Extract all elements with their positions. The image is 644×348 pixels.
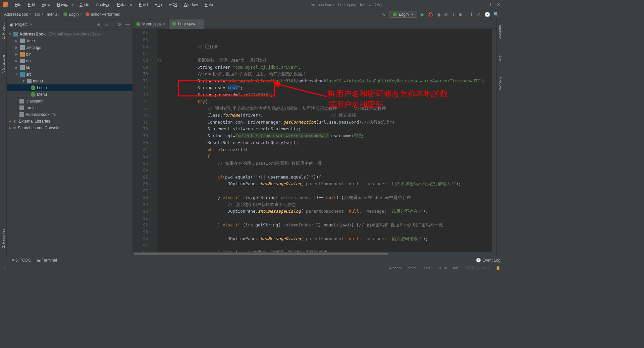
menu-help[interactable]: Help <box>202 1 216 8</box>
expand-arrow-icon[interactable]: ▼ <box>9 32 12 36</box>
expand-arrow-icon[interactable]: ▼ <box>22 79 25 83</box>
menu-edit[interactable]: Edit <box>25 1 38 8</box>
breadcrumb-item[interactable]: actionPerformed <box>91 12 120 17</box>
tool-tab-terminal[interactable]: ▣ Terminal <box>37 258 57 263</box>
tree-folder-idea[interactable]: ▶ .idea <box>7 38 132 44</box>
tab-close-icon[interactable]: × <box>163 22 165 26</box>
scrollbar-thumb[interactable] <box>133 253 388 255</box>
breadcrumb-item[interactable]: Login <box>69 12 78 17</box>
tool-tab-ant[interactable]: Ant <box>497 54 503 62</box>
editor-horizontal-scrollbar[interactable] <box>133 252 496 256</box>
tree-file-login[interactable]: Login <box>7 84 132 91</box>
status-bar: ▢ 4 chars 72:29 CRLF UTF-8 Tab* CSDN@小码农… <box>0 264 503 271</box>
settings-icon[interactable]: ⚙ <box>117 22 121 27</box>
menu-view[interactable]: View <box>39 1 53 8</box>
menu-vcs[interactable]: VCS <box>166 1 180 8</box>
expand-arrow-icon[interactable]: ▶ <box>15 53 19 56</box>
editor-marker-bar[interactable] <box>492 29 496 252</box>
locate-icon[interactable]: ⊕ <box>97 22 101 27</box>
expand-icon[interactable]: ⇲ <box>105 22 108 27</box>
tree-file-menu[interactable]: Menu <box>7 91 132 98</box>
eventlog-icon: 🕓 <box>476 258 481 263</box>
tree-file-iml[interactable]: AddressBook.iml <box>7 111 132 118</box>
build-icon[interactable]: ↘ <box>382 12 386 17</box>
left-tool-gutter: 1: Project 7: Structure 2: Favorites <box>0 19 7 256</box>
file-icon <box>19 112 24 117</box>
tool-tab-sciview[interactable]: SciView <box>497 76 503 91</box>
status-cursor[interactable]: 72:29 <box>407 266 416 270</box>
show-tools-icon[interactable]: ▢ <box>3 258 6 263</box>
folder-icon: ▣ <box>9 22 13 27</box>
vcs-update-icon[interactable]: ⬇ <box>470 12 474 17</box>
hide-icon[interactable]: — <box>125 22 130 27</box>
expand-arrow-icon[interactable]: ▶ <box>15 59 19 63</box>
tab-close-icon[interactable]: × <box>199 22 201 26</box>
vcs-history-icon[interactable]: 🕓 <box>484 12 490 17</box>
status-encoding[interactable]: UTF-8 <box>436 266 447 270</box>
menu-analyze[interactable]: Analyze <box>93 1 113 8</box>
expand-arrow-icon[interactable]: ▶ <box>9 120 12 123</box>
tree-folder-src[interactable]: ▼ src <box>7 71 132 78</box>
tree-label: lib <box>26 65 30 70</box>
tree-file-project[interactable]: .project <box>7 105 132 111</box>
tree-folder-db[interactable]: ▶ db <box>7 58 132 64</box>
tree-external-libs[interactable]: ▶ ⫼ External Libraries <box>7 118 132 125</box>
tree-folder-lib[interactable]: ▶ lib <box>7 64 132 71</box>
tool-tab-structure[interactable]: 7: Structure <box>1 54 6 75</box>
debug-icon[interactable]: 🐞 <box>428 12 433 17</box>
menu-file[interactable]: File <box>12 1 24 8</box>
menu-window[interactable]: Window <box>181 1 201 8</box>
folder-icon <box>20 45 25 50</box>
project-tree[interactable]: ▼ AddressBook E:\IdeaProjects\AddressBoo… <box>7 29 132 256</box>
folder-icon <box>20 52 25 57</box>
tool-tab-database[interactable]: Database <box>497 22 503 41</box>
tree-folder-menu[interactable]: ▼ menu <box>7 78 132 84</box>
todo-icon: ≡ <box>12 258 14 263</box>
expand-arrow-icon[interactable]: ▼ <box>15 73 19 76</box>
tool-tab-project[interactable]: 1: Project <box>1 22 6 40</box>
status-indent[interactable]: Tab* <box>452 266 460 270</box>
tree-folder-bin[interactable]: ▶ bin <box>7 51 132 58</box>
status-crlf[interactable]: CRLF <box>422 266 431 270</box>
line-number-gutter[interactable]: 6465666768697071727374757677787980818283… <box>133 29 152 252</box>
expand-arrow-icon[interactable]: ▶ <box>15 66 19 69</box>
menu-refactor[interactable]: Refactor <box>114 1 135 8</box>
lock-icon[interactable]: 🔒 <box>496 266 500 270</box>
editor-body[interactable]: 6465666768697071727374757677787980818283… <box>133 29 496 252</box>
fold-gutter[interactable] <box>152 29 157 252</box>
attach-icon[interactable]: ⤓ <box>451 12 455 17</box>
breadcrumb-item[interactable]: src <box>35 12 40 17</box>
minimize-icon[interactable]: — <box>477 2 481 7</box>
search-everywhere-icon[interactable]: 🔍 <box>493 12 499 17</box>
breadcrumb-item[interactable]: menu <box>47 12 57 17</box>
expand-arrow-icon[interactable]: ▶ <box>9 126 12 130</box>
project-panel-title[interactable]: Project <box>15 22 28 27</box>
editor-tab-login[interactable]: Login.java × <box>169 19 204 28</box>
stop-icon[interactable]: ■ <box>459 12 462 17</box>
tool-tab-eventlog[interactable]: 🕓 Event Log <box>476 258 500 263</box>
expand-arrow-icon[interactable]: ▶ <box>15 39 19 43</box>
tool-windows-icon[interactable]: ▢ <box>3 266 6 270</box>
coverage-icon[interactable]: ◉ <box>437 12 441 17</box>
tool-tab-todo[interactable]: ≡ 6: TODO <box>12 258 32 263</box>
breadcrumb-item[interactable]: AddressBook <box>4 12 28 17</box>
menu-run[interactable]: Run <box>152 1 165 8</box>
profile-icon[interactable]: ⟳ <box>444 12 448 17</box>
expand-arrow-icon[interactable]: ▶ <box>15 46 19 49</box>
chevron-down-icon[interactable]: ▼ <box>30 23 33 26</box>
run-icon[interactable]: ▶ <box>421 12 424 17</box>
code-content[interactable]: // 已解决 // 根据参数，查询 User表，进行比对 String driv… <box>157 29 492 252</box>
tool-tab-favorites[interactable]: 2: Favorites <box>1 227 6 249</box>
menu-navigate[interactable]: Navigate <box>54 1 75 8</box>
tree-scratches[interactable]: ▶ ⧉ Scratches and Consoles <box>7 125 132 131</box>
tree-folder-settings[interactable]: ▶ .settings <box>7 44 132 51</box>
tree-file-classpath[interactable]: .classpath <box>7 98 132 105</box>
run-config-selector[interactable]: Login ▼ <box>389 11 417 18</box>
menu-build[interactable]: Build <box>136 1 151 8</box>
editor-tab-menu[interactable]: Menu.java × <box>133 19 169 28</box>
close-icon[interactable]: ✕ <box>496 2 500 7</box>
menu-code[interactable]: Code <box>77 1 92 8</box>
maximize-icon[interactable]: ❐ <box>487 2 491 7</box>
tree-root[interactable]: ▼ AddressBook E:\IdeaProjects\AddressBoo… <box>7 31 132 38</box>
vcs-commit-icon[interactable]: ✔ <box>477 12 481 17</box>
